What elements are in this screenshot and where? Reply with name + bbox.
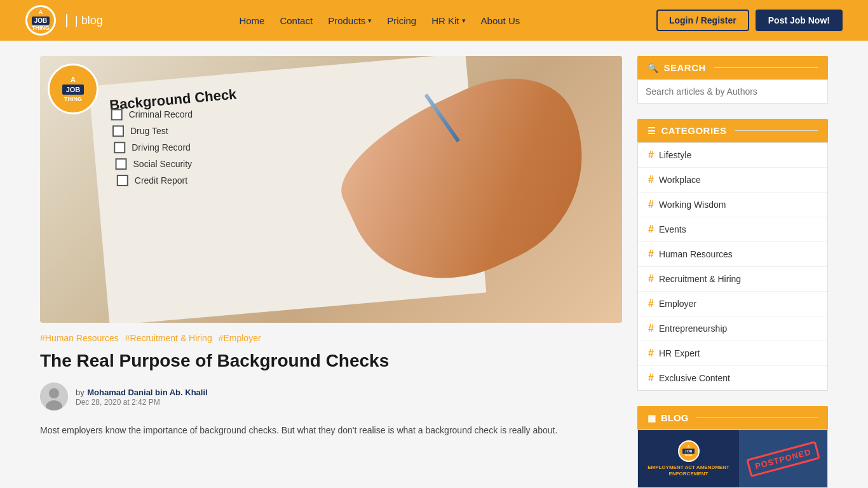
category-item-employer[interactable]: # Employer bbox=[638, 292, 827, 316]
svg-point-1 bbox=[49, 388, 59, 398]
cat-header-line bbox=[735, 130, 818, 131]
search-icon: 🔍 bbox=[648, 63, 659, 73]
category-item-recruitment[interactable]: # Recruitment & Hiring bbox=[638, 267, 827, 292]
doc-title: Background Check bbox=[109, 67, 449, 114]
hash-icon: # bbox=[648, 323, 654, 334]
search-input[interactable] bbox=[646, 86, 820, 97]
category-label-recruitment: Recruitment & Hiring bbox=[659, 274, 741, 284]
nav-contact[interactable]: Contact bbox=[280, 15, 313, 26]
login-button[interactable]: Login / Register bbox=[656, 10, 749, 31]
blog-thumb-text: EMPLOYMENT ACT AMENDMENT ENFORCEMENT bbox=[644, 464, 733, 478]
search-header: 🔍 SEARCH bbox=[637, 56, 828, 79]
hero-logo-overlay: A JOB THING bbox=[48, 64, 98, 114]
article-date: Dec 28, 2020 at 2:42 PM bbox=[76, 398, 208, 407]
content-area: A JOB THING Background Check Criminal Re… bbox=[40, 56, 622, 488]
pen-illustration bbox=[424, 93, 461, 142]
hash-icon: # bbox=[648, 298, 654, 309]
post-job-button[interactable]: Post Job Now! bbox=[756, 10, 843, 31]
category-label-exclusive: Exclusive Content bbox=[659, 373, 730, 383]
category-label-hr: Human Resources bbox=[659, 249, 733, 259]
search-input-wrapper bbox=[638, 80, 827, 103]
nav-pricing[interactable]: Pricing bbox=[387, 15, 416, 26]
header-buttons: Login / Register Post Job Now! bbox=[656, 10, 843, 31]
by-label: by bbox=[76, 388, 85, 397]
category-item-workplace[interactable]: # Workplace bbox=[638, 168, 827, 193]
article-intro: Most employers know the importance of ba… bbox=[40, 423, 622, 438]
search-panel bbox=[637, 79, 828, 104]
sidebar-categories-section: ☰ CATEGORIES # Lifestyle # Workplace # W… bbox=[637, 119, 828, 391]
check-item-criminal: Criminal Record bbox=[111, 109, 451, 120]
category-item-exclusive[interactable]: # Exclusive Content bbox=[638, 366, 827, 390]
hash-icon: # bbox=[648, 224, 654, 235]
hash-icon: # bbox=[648, 273, 654, 285]
hash-icon: # bbox=[648, 174, 654, 186]
categories-header: ☰ CATEGORIES bbox=[637, 119, 828, 142]
category-label-working-wisdom: Working Wisdom bbox=[659, 200, 726, 210]
main-container: A JOB THING Background Check Criminal Re… bbox=[27, 56, 841, 488]
blog-header: ▦ BLOG bbox=[637, 406, 828, 430]
sidebar-blog-section: ▦ BLOG A JOB THING EMPLOYMENT ACT AMENDM… bbox=[637, 406, 828, 488]
blog-thumb-left[interactable]: A JOB THING EMPLOYMENT ACT AMENDMENT ENF… bbox=[638, 430, 739, 487]
category-item-lifestyle[interactable]: # Lifestyle bbox=[638, 143, 827, 168]
category-label-lifestyle: Lifestyle bbox=[659, 150, 691, 160]
category-item-entrepreneurship[interactable]: # Entrepreneurship bbox=[638, 316, 827, 341]
nav-products[interactable]: Products bbox=[328, 15, 372, 26]
blog-label: | blog bbox=[66, 14, 103, 27]
blog-icon: ▦ bbox=[648, 413, 656, 423]
categories-icon: ☰ bbox=[648, 126, 656, 136]
blog-thumb-right[interactable]: POSTPONED bbox=[739, 430, 827, 487]
blog-thumbnails: A JOB THING EMPLOYMENT ACT AMENDMENT ENF… bbox=[637, 430, 828, 488]
category-item-hr-expert[interactable]: # HR Expert bbox=[638, 341, 827, 366]
nav-about-us[interactable]: About Us bbox=[481, 15, 520, 26]
hash-icon: # bbox=[648, 348, 654, 359]
tag-recruitment[interactable]: #Recruitment & Hiring bbox=[125, 333, 212, 343]
category-item-working-wisdom[interactable]: # Working Wisdom bbox=[638, 193, 827, 217]
category-label-employer: Employer bbox=[659, 299, 696, 309]
author-info: by Mohamad Danial bin Ab. Khalil Dec 28,… bbox=[76, 386, 208, 407]
postponed-stamp: POSTPONED bbox=[746, 440, 820, 477]
hash-icon: # bbox=[648, 199, 654, 210]
article-tags: #Human Resources #Recruitment & Hiring #… bbox=[40, 333, 622, 343]
sidebar-search-section: 🔍 SEARCH bbox=[637, 56, 828, 104]
article-title: The Real Purpose of Background Checks bbox=[40, 349, 622, 372]
categories-list: # Lifestyle # Workplace # Working Wisdom… bbox=[637, 142, 828, 391]
hash-icon: # bbox=[648, 248, 654, 260]
hero-image-inner: A JOB THING Background Check Criminal Re… bbox=[40, 56, 622, 323]
thumb-logo: A JOB THING bbox=[678, 440, 700, 462]
nav-hr-kit[interactable]: HR Kit bbox=[431, 15, 465, 26]
category-label-hr-expert: HR Expert bbox=[659, 348, 700, 358]
hash-icon: # bbox=[648, 149, 654, 161]
tag-human-resources[interactable]: #Human Resources bbox=[40, 333, 119, 343]
category-label-entrepreneurship: Entrepreneurship bbox=[659, 323, 727, 334]
author-name: Mohamad Danial bin Ab. Khalil bbox=[87, 388, 207, 397]
logo-area: A JOB THING | blog bbox=[25, 5, 103, 36]
sidebar: 🔍 SEARCH ☰ CATEGORIES # Lifestyle bbox=[637, 56, 828, 488]
author-by-line: by Mohamad Danial bin Ab. Khalil bbox=[76, 386, 208, 398]
category-item-human-resources[interactable]: # Human Resources bbox=[638, 242, 827, 267]
main-nav: Home Contact Products Pricing HR Kit Abo… bbox=[239, 15, 520, 26]
hash-icon: # bbox=[648, 372, 654, 384]
category-item-events[interactable]: # Events bbox=[638, 217, 827, 242]
site-logo: A JOB THING bbox=[25, 5, 56, 36]
avatar-svg bbox=[40, 383, 68, 410]
blog-header-line bbox=[696, 417, 818, 418]
header-line bbox=[714, 67, 818, 68]
author-row: by Mohamad Danial bin Ab. Khalil Dec 28,… bbox=[40, 383, 622, 410]
header: A JOB THING | blog Home Contact Products… bbox=[0, 0, 868, 41]
author-avatar bbox=[40, 383, 68, 410]
hero-image: A JOB THING Background Check Criminal Re… bbox=[40, 56, 622, 323]
tag-employer[interactable]: #Employer bbox=[219, 333, 261, 343]
nav-home[interactable]: Home bbox=[239, 15, 264, 26]
category-label-events: Events bbox=[659, 224, 686, 234]
category-label-workplace: Workplace bbox=[659, 175, 701, 185]
